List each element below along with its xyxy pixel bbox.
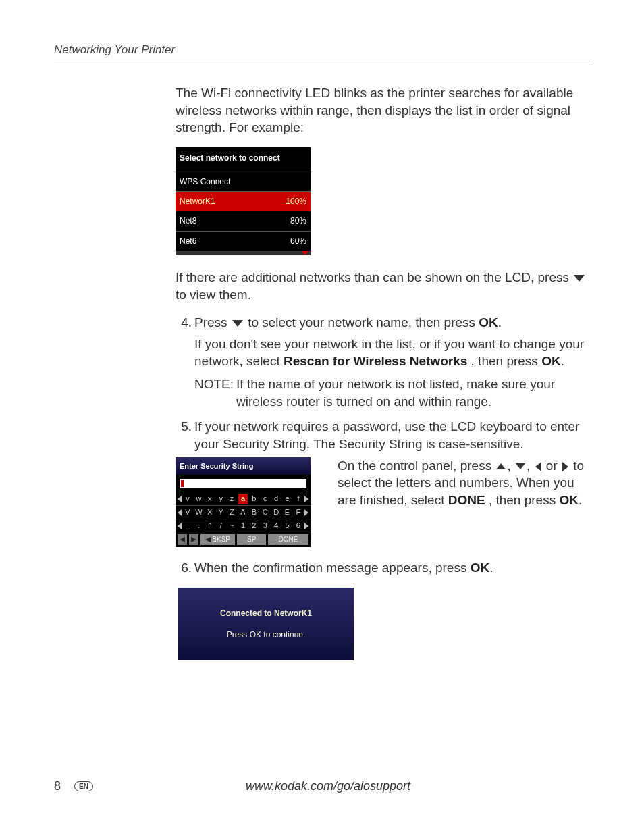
key-cell: 1 — [238, 521, 248, 531]
lcd-keyboard-fn-row: BKSP SP DONE — [176, 532, 311, 547]
step-4-sub: If you don't see your network in the lis… — [194, 336, 590, 370]
lcd-connected-line2: Press OK to continue. — [185, 629, 347, 640]
step-number: 6. — [176, 559, 192, 577]
key-cell: e — [283, 494, 292, 504]
nav-right-icon — [189, 534, 198, 545]
key-cell: F — [294, 507, 303, 517]
key-cell: B — [249, 507, 259, 517]
lcd-network-signal: 80% — [290, 215, 306, 226]
ok-label: OK — [559, 493, 579, 507]
key-cell: c — [261, 494, 270, 504]
step-5: 5. If your network requires a password, … — [176, 418, 590, 452]
lcd-network-row-selected: NetworK1 100% — [176, 192, 311, 211]
lcd-connected: Connected to NetworK1 Press OK to contin… — [178, 588, 354, 660]
lcd-network-title: Select network to connect — [176, 147, 311, 172]
keyboard-caption: On the control panel, press , , or to se… — [338, 457, 590, 509]
right-arrow-icon — [562, 462, 568, 471]
lcd-connected-line1: Connected to NetworK1 — [185, 608, 347, 619]
done-key: DONE — [268, 534, 308, 545]
svg-marker-3 — [191, 537, 196, 542]
down-arrow-icon — [574, 275, 585, 282]
key-cell: a — [238, 494, 248, 504]
sp-key: SP — [237, 534, 266, 545]
step-number: 4. — [176, 314, 192, 332]
ok-label: OK — [479, 315, 498, 330]
lcd-keyboard-row: _.^/~123456 — [176, 519, 311, 532]
key-cell: v — [183, 494, 192, 504]
done-label: DONE — [448, 493, 485, 507]
row-left-arrow-icon — [178, 523, 182, 529]
lcd-keyboard-row: vwxyzabcdef — [176, 492, 311, 505]
footer-url: www.kodak.com/go/aiosupport — [93, 779, 563, 793]
language-badge: EN — [74, 781, 93, 791]
ok-label: OK — [471, 561, 490, 575]
key-cell: 5 — [283, 521, 292, 531]
key-cell: D — [271, 507, 281, 517]
key-cell: b — [249, 494, 259, 504]
key-cell: _ — [183, 521, 192, 531]
key-cell: V — [183, 507, 192, 517]
step-text: When the confirmation message appears, p… — [194, 559, 590, 577]
note-body: If the name of your network is not liste… — [236, 375, 590, 410]
left-arrow-icon — [535, 462, 541, 471]
step-text: Press to select your network name, then … — [194, 314, 590, 332]
step-4: 4. Press to select your network name, th… — [176, 314, 590, 332]
lcd-network-signal: 60% — [290, 236, 306, 246]
lcd-network-name: Net8 — [180, 215, 196, 226]
svg-marker-1 — [232, 320, 243, 327]
lcd-network-row: WPS Connect — [176, 172, 311, 192]
key-cell: y — [216, 494, 225, 504]
lcd-keyboard: Enter Security String vwxyzabcdefVWXYZAB… — [176, 457, 311, 547]
key-cell: d — [271, 494, 281, 504]
row-right-arrow-icon — [304, 509, 308, 516]
svg-marker-2 — [180, 537, 185, 542]
nav-left-icon — [178, 534, 187, 545]
svg-marker-4 — [205, 537, 211, 542]
page-footer: 8 EN www.kodak.com/go/aiosupport — [54, 779, 590, 793]
ok-label: OK — [541, 354, 561, 368]
lcd-keyboard-title: Enter Security String — [176, 457, 311, 475]
key-cell: . — [194, 521, 203, 531]
key-cell: C — [261, 507, 270, 517]
after-list-paragraph: If there are additional networks than ca… — [176, 269, 590, 303]
lcd-network-name: WPS Connect — [180, 176, 230, 187]
bksp-key: BKSP — [200, 534, 235, 545]
svg-marker-5 — [496, 463, 506, 469]
key-cell: 3 — [261, 521, 270, 531]
key-cell: / — [216, 521, 225, 531]
svg-marker-6 — [516, 463, 525, 469]
lcd-network-signal: 100% — [286, 196, 306, 207]
page-number: 8 — [54, 779, 61, 793]
key-cell: Y — [216, 507, 225, 517]
svg-marker-0 — [574, 275, 585, 282]
key-cell: ~ — [227, 521, 237, 531]
intro-paragraph: The Wi-Fi connectivity LED blinks as the… — [176, 84, 590, 136]
note-label: NOTE: — [194, 375, 234, 410]
svg-marker-7 — [535, 462, 541, 471]
key-cell: w — [194, 494, 203, 504]
down-arrow-icon — [516, 463, 525, 469]
lcd-network-row: Net8 80% — [176, 211, 311, 231]
row-left-arrow-icon — [178, 496, 182, 502]
lcd-network-row: Net6 60% — [176, 232, 311, 251]
lcd-keyboard-entry — [180, 479, 306, 488]
lcd-keyboard-row: VWXYZABCDEF — [176, 505, 311, 519]
section-header: Networking Your Printer — [54, 43, 590, 61]
key-cell: E — [283, 507, 292, 517]
rescan-label: Rescan for Wireless Networks — [284, 354, 467, 368]
up-arrow-icon — [496, 463, 506, 469]
lcd-network-list: Select network to connect WPS Connect Ne… — [176, 147, 311, 255]
lcd-scroll-indicator — [176, 251, 311, 255]
row-left-arrow-icon — [178, 509, 182, 516]
lcd-network-name: Net6 — [180, 236, 196, 246]
row-right-arrow-icon — [304, 523, 308, 529]
key-cell: f — [294, 494, 303, 504]
key-cell: X — [205, 507, 215, 517]
step-6: 6. When the confirmation message appears… — [176, 559, 590, 577]
key-cell: Z — [227, 507, 237, 517]
key-cell: x — [205, 494, 215, 504]
key-cell: 4 — [271, 521, 281, 531]
lcd-network-name: NetworK1 — [180, 196, 215, 207]
step-text: If your network requires a password, use… — [194, 418, 590, 452]
down-arrow-icon — [232, 320, 243, 327]
